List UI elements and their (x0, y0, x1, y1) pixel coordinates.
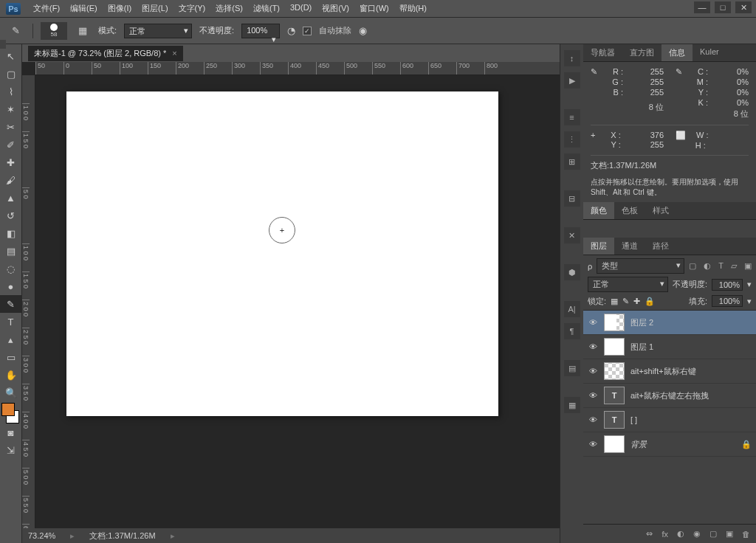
visibility-toggle-icon[interactable]: 👁 (588, 440, 598, 449)
menu-item[interactable]: 窗口(W) (354, 3, 394, 14)
blend-mode-select[interactable]: 正常 (124, 24, 192, 38)
heal-tool[interactable]: ✚ (0, 153, 21, 171)
panel-tab[interactable]: 导航器 (583, 44, 622, 61)
filter-pixel-icon[interactable]: ▢ (689, 261, 696, 271)
layer-filter-select[interactable]: 类型 (597, 258, 684, 274)
tab-close-icon[interactable]: × (172, 49, 176, 58)
crop-tool[interactable]: ✂ (0, 118, 21, 136)
link-layers-icon[interactable]: ⇔ (646, 529, 653, 539)
document-tab[interactable]: 未标题-1 @ 73.2% (图层 2, RGB/8) * × (28, 46, 183, 61)
menu-item[interactable]: 文件(F) (28, 3, 65, 14)
stamp-tool[interactable]: ▲ (0, 189, 21, 207)
layer-thumbnail[interactable]: T (604, 387, 625, 404)
layer-row[interactable]: 👁Tait+鼠标右键左右拖拽 (583, 384, 756, 408)
layer-row[interactable]: 👁图层 1 (583, 335, 756, 359)
adjust-panel-icon[interactable]: ✕ (564, 227, 580, 243)
3d-panel-icon[interactable]: ⬢ (564, 264, 580, 280)
color-swatches[interactable] (0, 403, 21, 423)
shape-tool[interactable]: ▭ (0, 348, 21, 366)
zoom-tool[interactable]: 🔍 (0, 384, 21, 401)
layer-name[interactable]: ait+鼠标右键左右拖拽 (630, 390, 752, 401)
minimize-button[interactable]: — (694, 1, 710, 13)
swatches-panel-icon[interactable]: ▦ (564, 397, 580, 413)
layer-name[interactable]: ait+shift+鼠标右键 (630, 366, 752, 377)
layer-name[interactable]: [ ] (630, 415, 752, 424)
adj-layer-icon[interactable]: ◉ (693, 529, 701, 539)
menu-item[interactable]: 视图(V) (317, 3, 354, 14)
pressure-opacity-icon[interactable]: ◔ (287, 22, 295, 40)
panel-tab[interactable]: 直方图 (622, 44, 662, 61)
opacity-select[interactable]: 100% (241, 24, 280, 38)
layer-row[interactable]: 👁T[ ] (583, 408, 756, 432)
eraser-tool[interactable]: ◧ (0, 224, 21, 242)
panel-tab[interactable]: 颜色 (583, 202, 614, 219)
filter-adjust-icon[interactable]: ◐ (704, 261, 711, 271)
lock-all-icon[interactable]: 🔒 (645, 297, 655, 306)
layer-group-icon[interactable]: ▢ (709, 529, 717, 539)
layer-blend-select[interactable]: 正常 (588, 277, 668, 292)
brushes-panel-icon[interactable]: ≡ (564, 109, 580, 125)
panel-tab[interactable]: 路径 (645, 238, 676, 255)
close-button[interactable]: ✕ (735, 1, 752, 13)
auto-erase-checkbox[interactable]: ✓ (303, 27, 312, 35)
history-panel-icon[interactable]: ↕ (564, 50, 580, 66)
eyedropper-tool[interactable]: ✐ (0, 136, 21, 153)
menu-item[interactable]: 滤镜(T) (248, 3, 285, 14)
visibility-toggle-icon[interactable]: 👁 (588, 318, 598, 327)
panel-tab[interactable]: 通道 (614, 238, 645, 255)
screen-mode-toggle[interactable]: ⇲ (0, 441, 21, 459)
filter-shape-icon[interactable]: ▱ (731, 261, 737, 271)
para-panel-icon[interactable]: ¶ (564, 323, 580, 339)
filter-type-icon[interactable]: T (718, 261, 724, 271)
notes-panel-icon[interactable]: ▤ (564, 360, 580, 376)
marquee-tool[interactable]: ▢ (0, 65, 21, 83)
visibility-toggle-icon[interactable]: 👁 (588, 415, 598, 424)
lock-trans-icon[interactable]: ▦ (611, 297, 618, 306)
layer-fill-input[interactable]: 100% (712, 295, 743, 307)
visibility-toggle-icon[interactable]: 👁 (588, 391, 598, 400)
move-tool[interactable]: ↖ (0, 47, 21, 65)
dodge-tool[interactable]: ● (0, 277, 21, 295)
panel-tab[interactable]: 图层 (583, 238, 614, 255)
layer-name[interactable]: 背景 (630, 439, 735, 450)
delete-layer-icon[interactable]: 🗑 (742, 530, 750, 539)
panel-tab[interactable]: 样式 (645, 202, 676, 219)
layer-row[interactable]: 👁ait+shift+鼠标右键 (583, 359, 756, 384)
layer-thumbnail[interactable] (604, 314, 625, 331)
gradient-tool[interactable]: ▤ (0, 242, 21, 260)
visibility-toggle-icon[interactable]: 👁 (588, 367, 598, 376)
layer-mask-icon[interactable]: ◐ (677, 529, 684, 539)
filter-smart-icon[interactable]: ▣ (744, 261, 752, 271)
maximize-button[interactable]: □ (715, 1, 731, 13)
menu-item[interactable]: 文字(Y) (173, 3, 211, 14)
menu-item[interactable]: 图像(I) (103, 3, 137, 14)
panel-tab[interactable]: Kuler (693, 44, 726, 61)
fill-dropdown-icon[interactable]: ▾ (747, 297, 752, 306)
blur-tool[interactable]: ◌ (0, 260, 21, 277)
vertical-ruler[interactable]: 1 0 01 5 05 01 0 01 5 02 0 02 5 03 0 03 … (22, 75, 35, 543)
panel-tab[interactable]: 信息 (662, 44, 693, 61)
brush-presets-panel-icon[interactable]: ⋮ (564, 131, 580, 148)
char-panel-icon[interactable]: A| (564, 301, 580, 317)
brush-preset[interactable]: 58 (41, 22, 67, 40)
lock-pos-icon[interactable]: ✚ (633, 297, 640, 306)
quick-select-tool[interactable]: ✶ (0, 100, 21, 118)
history-brush-tool[interactable]: ↺ (0, 207, 21, 224)
menu-item[interactable]: 3D(D) (285, 3, 317, 14)
actions-panel-icon[interactable]: ▶ (564, 72, 580, 89)
brush-panel-toggle[interactable]: ▦ (75, 22, 91, 40)
path-select-tool[interactable]: ▴ (0, 331, 21, 348)
new-layer-icon[interactable]: ▣ (726, 529, 733, 539)
panel-tab[interactable]: 色板 (614, 202, 645, 219)
type-tool[interactable]: T (0, 313, 21, 331)
layer-thumbnail[interactable] (604, 338, 625, 356)
pen-tool[interactable]: ✎ (0, 295, 21, 313)
layer-name[interactable]: 图层 2 (630, 317, 752, 328)
menu-item[interactable]: 图层(L) (137, 3, 173, 14)
clone-source-panel-icon[interactable]: ⊞ (564, 153, 580, 170)
menu-item[interactable]: 帮助(H) (394, 3, 432, 14)
layer-row[interactable]: 👁图层 2 (583, 311, 756, 335)
properties-panel-icon[interactable]: ⊟ (564, 190, 580, 207)
lock-paint-icon[interactable]: ✎ (622, 297, 629, 306)
layer-thumbnail[interactable] (604, 362, 625, 380)
